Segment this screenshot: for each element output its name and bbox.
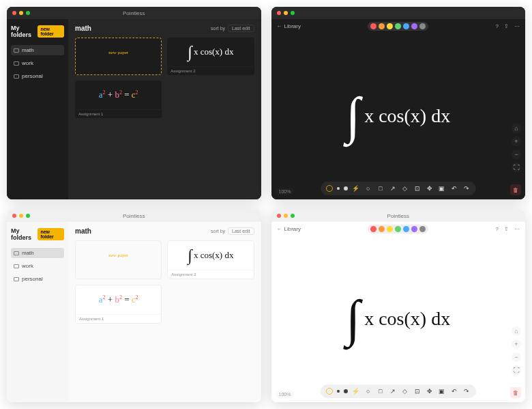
sort-control[interactable]: sort byLast edit [211,227,254,235]
zoom-out-icon[interactable]: − [512,150,521,159]
brush-large[interactable] [344,186,348,191]
brush-small[interactable] [337,390,340,393]
color-swatch-orange[interactable] [379,23,385,29]
titlebar[interactable]: Pointless [7,210,261,222]
back-to-library[interactable]: ←Library [277,23,301,29]
minimize-icon[interactable] [19,214,23,218]
color-swatch-yellow[interactable] [387,23,393,29]
highlighter-tool[interactable]: ⚡ [352,387,360,395]
paper-card[interactable]: ∫x cos(x) dx Assignment 2 [167,38,254,75]
pen-tool[interactable] [326,388,333,395]
minimize-icon[interactable] [19,11,23,15]
crop-tool[interactable]: ▣ [438,387,446,395]
close-icon[interactable] [12,11,16,15]
help-icon[interactable]: ? [496,23,499,29]
sidebar-item-personal[interactable]: personal [11,274,64,284]
undo-icon[interactable]: ↶ [450,184,458,193]
crop-tool[interactable]: ▣ [438,184,446,193]
close-icon[interactable] [277,214,281,218]
fit-icon[interactable]: ⛶ [512,365,521,375]
zoom-in-icon[interactable]: + [512,137,521,146]
share-icon[interactable]: ⇪ [504,23,509,29]
paper-card[interactable]: a2 + b2 = c2 Assignment 1 [75,285,162,324]
sort-control[interactable]: sort byLast edit [211,25,254,32]
home-icon[interactable]: ⌂ [512,124,521,133]
color-swatch-blue[interactable] [403,23,409,29]
drawing-canvas[interactable]: ∫x cos(x) dx ⌂ + − ⛶ ⚡ ○ □ ↗ ◇ ⊡ [271,33,526,199]
delete-button[interactable]: 🗑 [510,184,521,195]
color-swatch-green[interactable] [395,226,401,232]
color-swatch-yellow[interactable] [387,226,393,232]
zoom-in-icon[interactable]: + [512,339,521,349]
redo-icon[interactable]: ↷ [462,387,471,395]
color-palette[interactable] [368,225,428,234]
help-icon[interactable]: ? [496,226,499,232]
home-icon[interactable]: ⌂ [512,326,521,336]
color-swatch-purple[interactable] [411,226,417,232]
highlighter-tool[interactable]: ⚡ [352,184,360,193]
delete-button[interactable]: 🗑 [510,387,521,398]
drawing-canvas[interactable]: ∫x cos(x) dx ⌂ + − ⛶ ⚡ ○ □ ↗ ◇ ⊡ [271,236,526,402]
circle-tool[interactable]: ○ [364,387,372,395]
traffic-lights[interactable] [277,11,295,15]
zoom-indicator[interactable]: 100% [276,188,295,195]
brush-large[interactable] [344,389,348,393]
color-palette[interactable] [368,22,428,31]
sidebar-item-work[interactable]: work [11,261,64,271]
new-folder-button[interactable]: new folder [38,25,64,38]
color-swatch-gray[interactable] [419,23,426,29]
select-tool[interactable]: ⊡ [413,387,422,395]
color-swatch-gray[interactable] [419,226,426,232]
titlebar[interactable]: Pointless [271,210,526,222]
move-tool[interactable]: ✥ [426,387,434,395]
fit-icon[interactable]: ⛶ [512,163,521,172]
color-swatch-green[interactable] [395,23,401,29]
sidebar-item-work[interactable]: work [11,58,64,68]
new-paper-button[interactable]: new paper [75,240,162,279]
paper-card[interactable]: ∫x cos(x) dx Assignment 2 [167,240,254,279]
move-tool[interactable]: ✥ [426,184,434,193]
eraser-tool[interactable]: ◇ [401,184,409,193]
color-swatch-purple[interactable] [411,23,417,29]
titlebar[interactable] [271,7,526,19]
settings-icon[interactable]: ⋯ [514,226,520,232]
new-paper-button[interactable]: new paper [75,38,162,75]
close-icon[interactable] [12,214,16,218]
redo-icon[interactable]: ↷ [462,184,471,193]
titlebar[interactable]: Pointless [7,7,261,19]
paper-card[interactable]: a2 + b2 = c2 Assignment 1 [75,81,162,118]
circle-tool[interactable]: ○ [364,184,372,193]
eraser-tool[interactable]: ◇ [401,387,409,395]
traffic-lights[interactable] [12,214,30,218]
color-swatch-red[interactable] [370,226,376,232]
fullscreen-icon[interactable] [291,214,295,218]
sidebar-item-math[interactable]: math [11,248,64,258]
traffic-lights[interactable] [277,214,295,218]
zoom-out-icon[interactable]: − [512,352,521,362]
sidebar-item-math[interactable]: math [11,45,64,55]
new-folder-button[interactable]: new folder [38,228,64,240]
square-tool[interactable]: □ [376,184,385,193]
square-tool[interactable]: □ [376,387,385,395]
undo-icon[interactable]: ↶ [450,387,458,395]
share-icon[interactable]: ⇪ [504,226,509,232]
fullscreen-icon[interactable] [26,214,30,218]
brush-small[interactable] [337,187,340,190]
fullscreen-icon[interactable] [291,11,295,15]
pen-tool[interactable] [326,185,333,192]
color-swatch-blue[interactable] [403,226,409,232]
color-swatch-orange[interactable] [379,226,385,232]
arrow-tool[interactable]: ↗ [389,387,397,395]
settings-icon[interactable]: ⋯ [514,23,520,29]
minimize-icon[interactable] [284,214,288,218]
arrow-tool[interactable]: ↗ [389,184,397,193]
sidebar-item-personal[interactable]: personal [11,71,64,81]
minimize-icon[interactable] [284,11,288,15]
zoom-indicator[interactable]: 100% [276,391,295,398]
select-tool[interactable]: ⊡ [413,184,422,193]
close-icon[interactable] [277,11,281,15]
fullscreen-icon[interactable] [26,11,30,15]
traffic-lights[interactable] [12,11,30,15]
color-swatch-red[interactable] [370,23,376,29]
back-to-library[interactable]: ←Library [277,226,301,232]
